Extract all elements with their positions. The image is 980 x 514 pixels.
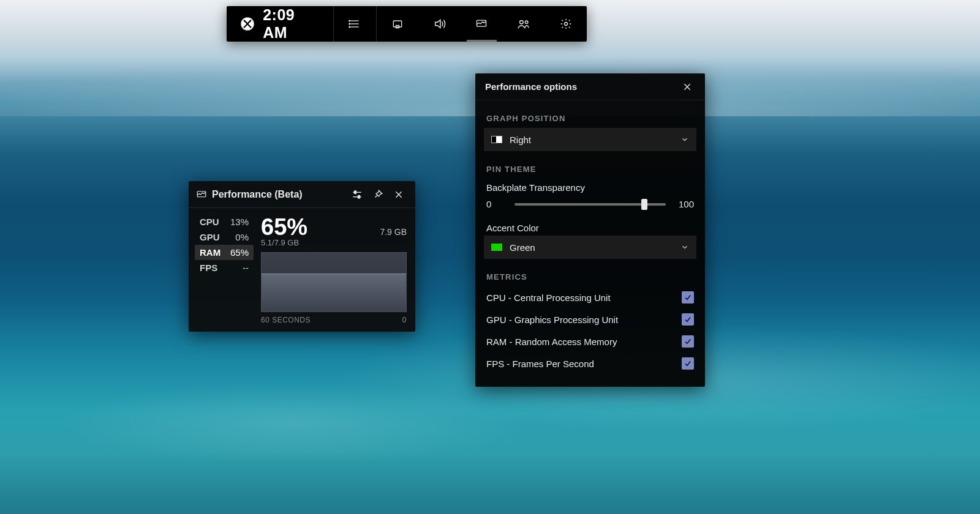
svg-rect-17 [358,195,360,198]
metric-toggle-label: RAM - Random Access Memory [486,337,682,347]
options-panel: Performance options GRAPH POSITION Right… [475,73,705,387]
svg-rect-7 [393,21,401,27]
checkbox-fps[interactable] [682,357,694,370]
metric-label: CPU [200,217,219,227]
metric-toggle-label: GPU - Graphics Processing Unit [486,315,682,325]
close-icon [682,82,692,92]
accent-color-dropdown[interactable]: Green [484,236,696,259]
checkbox-cpu[interactable] [682,291,694,304]
graph-pane: 65% 7.9 GB 5.1/7.9 GB 60 SECONDS 0 [261,214,407,326]
capture-button[interactable] [376,6,418,42]
selected-sub-value: 5.1/7.9 GB [261,238,407,247]
settings-button[interactable] [545,6,587,42]
svg-point-12 [564,23,567,26]
checkbox-gpu[interactable] [682,313,694,326]
widget-options-button[interactable] [347,184,368,205]
performance-title: Performance (Beta) [212,189,347,200]
metric-value: 13% [230,217,249,227]
metric-value: -- [243,263,249,273]
sliders-icon [352,189,363,200]
slider-thumb[interactable] [641,199,647,210]
metric-row-gpu[interactable]: GPU 0% [195,229,254,245]
graph-position-value: Right [510,135,680,145]
chevron-down-icon [680,243,689,251]
section-metrics-label: METRICS [475,259,705,286]
check-icon [684,315,692,324]
widget-menu-button[interactable] [334,6,376,42]
pin-icon [372,189,383,200]
check-icon [684,359,692,368]
checkbox-ram[interactable] [682,335,694,348]
widget-menu-icon [349,18,361,30]
metric-toggle-cpu: CPU - Central Processing Unit [475,286,705,308]
section-pin-theme-label: PIN THEME [475,151,705,179]
svg-point-5 [349,23,350,24]
svg-rect-16 [355,191,356,194]
pin-button[interactable] [368,184,388,205]
xbox-icon[interactable] [234,17,260,31]
graph-position-dropdown[interactable]: Right [484,128,696,151]
metric-value: 65% [230,247,249,258]
performance-icon [475,18,488,30]
accent-swatch-icon [491,244,502,251]
axis-right: 0 [402,316,407,324]
close-button[interactable] [388,184,409,205]
slider-max: 100 [674,199,694,209]
metric-row-fps[interactable]: FPS -- [195,260,254,275]
svg-point-10 [520,21,524,24]
metric-label: RAM [200,247,221,258]
audio-icon [433,17,447,31]
metric-list: CPU 13% GPU 0% RAM 65% FPS -- [195,214,254,326]
options-header: Performance options [475,73,705,100]
usage-chart [261,252,407,312]
metric-toggle-fps: FPS - Frames Per Second [475,352,705,374]
performance-button[interactable] [461,6,503,42]
accent-color-value: Green [510,242,680,253]
metric-toggle-gpu: GPU - Graphics Processing Unit [475,308,705,330]
metric-row-ram[interactable]: RAM 65% [195,245,254,260]
social-icon [517,17,530,31]
clock: 2:09 AM [260,6,333,42]
performance-widget: Performance (Beta) CPU 13% GPU [189,181,415,332]
transparency-slider[interactable] [514,203,666,206]
section-graph-position-label: GRAPH POSITION [475,100,705,128]
game-bar: 2:09 AM [227,6,587,42]
settings-icon [560,18,572,30]
selected-big-value: 65% [261,214,307,240]
chevron-down-icon [680,135,689,144]
backplate-transparency-label: Backplate Transparency [475,179,705,195]
metric-value: 0% [235,232,249,242]
check-icon [684,293,692,302]
axis-left: 60 SECONDS [261,316,311,324]
metric-row-cpu[interactable]: CPU 13% [195,214,254,229]
accent-color-label: Accent Color [475,212,705,236]
options-close-button[interactable] [677,76,698,97]
capture-icon [391,18,404,30]
metric-label: FPS [200,263,217,273]
svg-point-4 [349,20,350,21]
check-icon [684,337,692,346]
audio-button[interactable] [418,6,461,42]
metric-toggle-ram: RAM - Random Access Memory [475,330,705,352]
options-title: Performance options [485,81,577,92]
svg-point-11 [525,21,528,24]
usage-chart-fill [262,274,406,311]
slider-min: 0 [486,199,506,209]
close-icon [394,190,404,199]
metric-toggle-label: CPU - Central Processing Unit [486,292,682,303]
svg-point-6 [349,26,350,28]
performance-titlebar[interactable]: Performance (Beta) [189,181,415,208]
metric-label: GPU [200,232,220,242]
selected-capacity: 7.9 GB [380,227,407,237]
position-swatch-icon [491,136,502,143]
metric-toggle-label: FPS - Frames Per Second [486,359,682,369]
performance-widget-icon [196,189,207,200]
social-button[interactable] [503,6,545,42]
